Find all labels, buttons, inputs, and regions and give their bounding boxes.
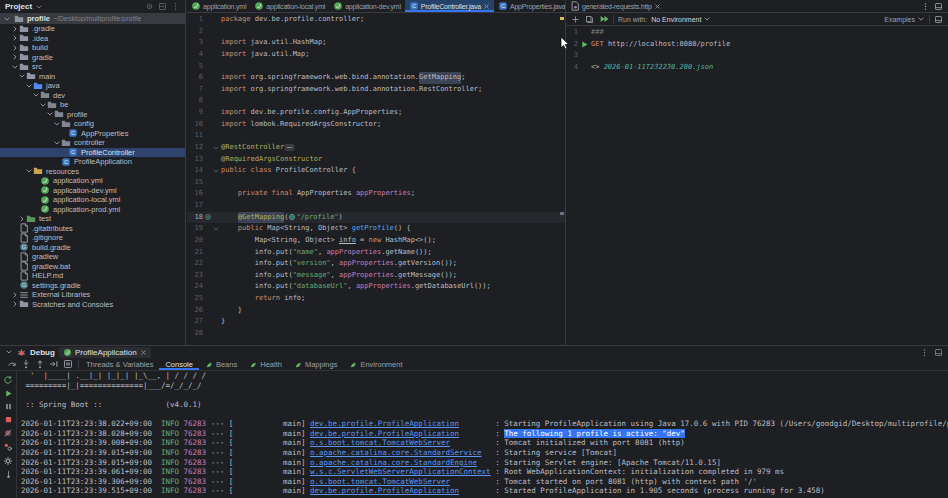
debug-tab-environment[interactable]: Environment [343, 358, 408, 370]
view-breakpoints-icon[interactable] [3, 442, 13, 452]
hide-icon[interactable] [934, 2, 943, 11]
logger-link[interactable]: dev.be.profile.ProfileApplication [310, 419, 459, 428]
tree-item-gradlew[interactable]: gradlew [0, 252, 185, 262]
editor-tab-application-local-yml[interactable]: application-local.yml [250, 0, 329, 12]
chevron-right-icon[interactable] [17, 215, 26, 223]
copy-icon[interactable] [585, 14, 594, 24]
debug-tab-mappings[interactable]: Mappings [288, 358, 344, 370]
more-icon[interactable] [920, 348, 929, 357]
chevron-down-icon[interactable] [52, 120, 61, 128]
chevron-right-icon[interactable] [10, 34, 19, 42]
tree-item-gradlew-bat[interactable]: gradlew.bat [0, 262, 185, 272]
tree-item-help-md[interactable]: HELP.md [0, 271, 185, 281]
logger-link[interactable]: dev.be.profile.ProfileApplication [310, 486, 459, 495]
chevron-down-icon[interactable] [5, 348, 13, 356]
chevron-down-icon[interactable] [3, 15, 11, 23]
collapse-icon[interactable] [158, 2, 167, 11]
debug-tab-threads-variables[interactable]: Threads & Variables [80, 358, 159, 370]
chevron-right-icon[interactable] [10, 25, 19, 33]
tree-item-profile[interactable]: profile [0, 110, 185, 120]
chevron-right-icon[interactable] [10, 53, 19, 61]
more-icon[interactable] [171, 2, 180, 11]
tree-item-build-gradle[interactable]: Gbuild.gradle [0, 243, 185, 253]
step-over-icon[interactable] [7, 359, 17, 369]
step-out-icon[interactable] [35, 359, 45, 369]
tree-item-test[interactable]: test [0, 214, 185, 224]
tree-item-dev[interactable]: dev [0, 91, 185, 101]
chevron-down-icon[interactable] [24, 167, 33, 175]
tree-item-gitattributes[interactable]: .gitattributes [0, 224, 185, 234]
pin-icon[interactable] [4, 470, 13, 479]
editor-tab-appproperties-java[interactable]: CAppProperties.java [494, 0, 565, 12]
examples-dropdown[interactable]: Examples [884, 15, 925, 23]
tree-item-config[interactable]: config [0, 119, 185, 129]
http-tab-generated-requests-http[interactable]: generated-requests.http [566, 0, 665, 12]
hide-icon[interactable] [934, 15, 943, 24]
editor-tab-profilecontroller-java[interactable]: CProfileController.java [405, 0, 494, 12]
tree-item-resources[interactable]: resources [0, 167, 185, 177]
chevron-down-icon[interactable] [45, 110, 54, 118]
logger-link[interactable]: w.s.c.ServletWebServerApplicationContext [310, 467, 491, 476]
play-icon[interactable] [580, 40, 589, 49]
tree-item-controller[interactable]: controller [0, 138, 185, 148]
chevron-down-icon[interactable] [212, 167, 220, 175]
tree-item-java[interactable]: java [0, 81, 185, 91]
response-file-link[interactable]: 2026-01-11T232230.200.json [604, 63, 714, 71]
endpoint-icon[interactable] [204, 213, 212, 221]
rerun-icon[interactable] [3, 375, 13, 385]
tree-root-profile[interactable]: profile ~/Desktop/multiprofile/profile [0, 13, 185, 24]
tree-item-application-dev-yml[interactable]: application-dev.yml [0, 186, 185, 196]
chevron-down-icon[interactable] [212, 144, 220, 152]
mute-breakpoints-icon[interactable] [3, 428, 13, 438]
tree-item-build[interactable]: build [0, 43, 185, 53]
plus-icon[interactable] [571, 14, 580, 24]
tree-item-be[interactable]: be [0, 100, 185, 110]
tree-item-main[interactable]: main [0, 72, 185, 82]
tree-item-application-prod-yml[interactable]: application-prod.yml [0, 205, 185, 215]
close-icon[interactable] [483, 3, 490, 10]
chevron-down-icon[interactable] [10, 63, 19, 71]
debug-tab-beans[interactable]: Beans [199, 358, 243, 370]
chevron-down-icon[interactable] [52, 139, 61, 147]
pause-icon[interactable] [4, 402, 13, 411]
code-editor[interactable]: 1package dev.be.profile.controller;23imp… [187, 14, 565, 345]
tree-item-scratches-and-consoles[interactable]: Scratches and Consoles [0, 300, 185, 310]
tree-item-settings-gradle[interactable]: Gsettings.gradle [0, 281, 185, 291]
run-to-cursor-icon[interactable] [49, 359, 59, 369]
chevron-down-icon[interactable] [38, 101, 47, 109]
hide-icon[interactable] [934, 348, 943, 357]
editor-tab-application-yml[interactable]: application.yml [187, 0, 250, 12]
close-icon[interactable] [654, 3, 661, 10]
chevron-down-icon[interactable] [17, 72, 26, 80]
close-icon[interactable] [140, 349, 147, 356]
settings-icon[interactable] [3, 456, 13, 466]
logger-link[interactable]: o.s.boot.tomcat.TomcatWebServer [310, 438, 450, 447]
chevron-right-icon[interactable] [10, 291, 19, 299]
environment-selector[interactable]: No Environment [651, 15, 711, 23]
chevron-right-icon[interactable] [10, 300, 19, 308]
debug-session-tab[interactable]: ProfileApplication [59, 347, 151, 358]
debug-tab-health[interactable]: Health [243, 358, 288, 370]
run-console[interactable]: . ____ _ __ _ _ /\\ / ___'_ __ _ _(_)_ _… [17, 372, 948, 498]
tree-item-appproperties[interactable]: CAppProperties [0, 129, 185, 139]
tree-item-application-local-yml[interactable]: application-local.yml [0, 195, 185, 205]
tree-item-idea[interactable]: .idea [0, 34, 185, 44]
locate-icon[interactable] [145, 2, 154, 11]
chevron-down-icon[interactable] [35, 3, 43, 11]
chevron-right-icon[interactable] [10, 44, 19, 52]
logger-link[interactable]: o.s.boot.tomcat.TomcatWebServer [310, 477, 450, 486]
logger-link[interactable]: dev.be.profile.ProfileApplication [310, 429, 459, 438]
more-icon[interactable] [921, 2, 930, 11]
chevron-down-icon[interactable] [212, 225, 220, 233]
logger-link[interactable]: o.apache.catalina.core.StandardService [310, 448, 482, 457]
stop-icon[interactable] [4, 415, 13, 424]
tree-item-gradle[interactable]: .gradle [0, 24, 185, 34]
tree-item-profileapplication[interactable]: CProfileApplication [0, 157, 185, 167]
chevron-down-icon[interactable] [31, 91, 40, 99]
tree-item-gradle[interactable]: gradle [0, 53, 185, 63]
tree-item-external-libraries[interactable]: External Libraries [0, 290, 185, 300]
run-all-icon[interactable] [599, 14, 609, 24]
tree-item-src[interactable]: src [0, 62, 185, 72]
tree-item-application-yml[interactable]: application.yml [0, 176, 185, 186]
editor-tab-application-dev-yml[interactable]: application-dev.yml [329, 0, 405, 12]
